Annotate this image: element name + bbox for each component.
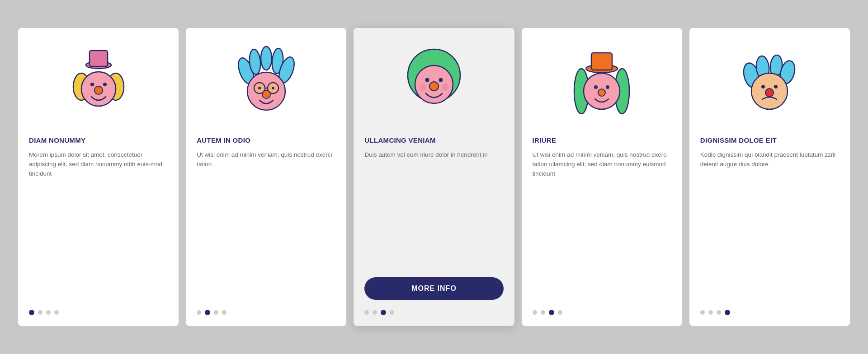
icon-area-1: [29, 42, 168, 123]
icon-area-4: [533, 42, 671, 123]
card-1-text: Morem ipsum dolor sit amet, consectetuer…: [29, 150, 168, 300]
svg-point-27: [442, 84, 449, 91]
card-5-title: DIGNISSIM DOLOE EIT: [700, 136, 777, 144]
dot: [390, 310, 394, 315]
card-1-dots: [29, 310, 59, 315]
card-3-title: ULLAMCING VENIAM: [364, 136, 435, 144]
card-5: DIGNISSIM DOLOE EIT Kodio dignissim qui …: [689, 28, 850, 326]
svg-point-6: [103, 83, 107, 86]
dot: [541, 310, 545, 315]
dot: [54, 310, 59, 315]
svg-point-44: [765, 88, 774, 97]
icon-area-3: [364, 42, 503, 123]
icon-area-5: [700, 42, 839, 123]
card-2-dots: [197, 310, 226, 315]
card-3-dots: [364, 310, 394, 315]
icon-area-2: [197, 42, 335, 123]
dot: [29, 310, 34, 315]
dot: [222, 310, 226, 315]
svg-point-36: [598, 89, 605, 96]
clown5-icon: [742, 46, 797, 118]
more-info-button[interactable]: MORE INFO: [364, 277, 503, 300]
card-1: DIAM NONUMMY Morem ipsum dolor sit amet,…: [18, 28, 179, 326]
clown3-icon: [402, 44, 466, 121]
svg-point-24: [425, 78, 429, 82]
card-2-title: AUTEM IN ODIO: [197, 136, 250, 144]
dot: [708, 310, 713, 315]
dot: [38, 310, 42, 315]
clown4-icon: [572, 44, 631, 121]
dot: [381, 310, 386, 315]
dot: [549, 310, 554, 315]
card-4-dots: [533, 310, 562, 315]
card-2-text: Ut wisi enim ad minim veniam, quis nostr…: [197, 150, 335, 300]
svg-point-21: [262, 90, 270, 98]
svg-point-28: [429, 82, 439, 91]
dot: [558, 310, 562, 315]
dot: [214, 310, 218, 315]
dot: [725, 310, 730, 315]
dot: [533, 310, 537, 315]
svg-point-34: [594, 85, 598, 89]
svg-point-10: [261, 47, 272, 70]
clown2-icon: [237, 44, 296, 121]
dot: [373, 310, 377, 315]
dot: [46, 310, 51, 315]
svg-point-7: [94, 86, 103, 94]
card-2: AUTEM IN ODIO Ut wisi enim ad minim veni…: [186, 28, 346, 326]
svg-point-42: [761, 85, 765, 88]
svg-point-5: [90, 83, 94, 86]
svg-point-35: [606, 85, 609, 89]
card-5-dots: [700, 310, 730, 315]
card-4: IRIURE Ut wisi enim ad minim veniam, qui…: [522, 28, 682, 326]
card-1-title: DIAM NONUMMY: [29, 136, 85, 144]
dot: [700, 310, 705, 315]
svg-point-25: [439, 78, 443, 82]
card-5-text: Kodio dignissim qui blandit praesent lup…: [700, 150, 839, 300]
dot: [205, 310, 210, 315]
dot: [197, 310, 201, 315]
svg-rect-3: [90, 51, 108, 66]
svg-rect-32: [591, 53, 612, 70]
cards-container: DIAM NONUMMY Morem ipsum dolor sit amet,…: [18, 28, 850, 326]
clown1-icon: [71, 46, 126, 118]
dot: [364, 310, 369, 315]
card-4-text: Ut wisi enim ad minim veniam, quis nostr…: [533, 150, 671, 300]
svg-point-26: [419, 84, 426, 91]
svg-point-20: [272, 87, 274, 89]
card-3-text: Duis autem vel eum iriure dolor in hendr…: [364, 150, 487, 269]
dot: [717, 310, 721, 315]
card-3: ULLAMCING VENIAM Duis autem vel eum iriu…: [354, 28, 514, 326]
svg-point-19: [258, 87, 261, 89]
card-4-title: IRIURE: [533, 136, 557, 144]
svg-point-43: [774, 85, 778, 88]
